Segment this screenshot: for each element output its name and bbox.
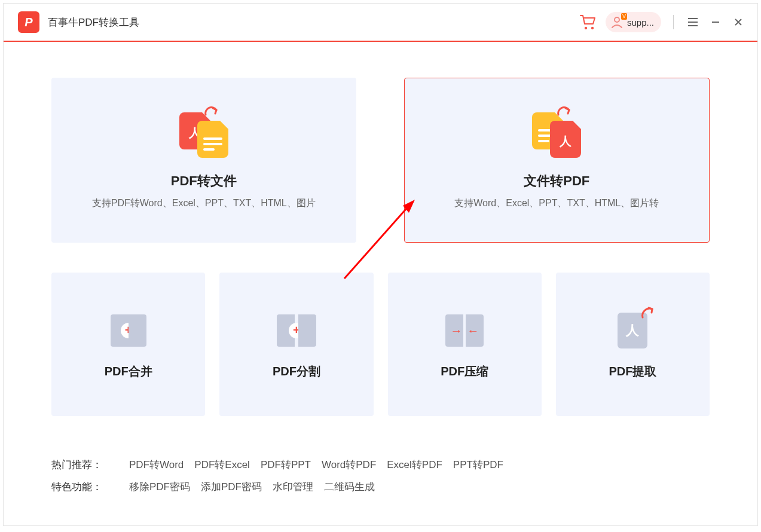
footer-hot-items: PDF转Word PDF转Excel PDF转PPT Word转PDF Exce… (129, 458, 503, 472)
svg-point-1 (591, 27, 594, 29)
app-logo-icon: P (18, 11, 39, 33)
minimize-button[interactable] (708, 15, 723, 29)
card-pdf-split[interactable]: + PDF分割 (219, 273, 373, 416)
compress-icon: → ← (445, 310, 484, 351)
titlebar: P 百事牛PDF转换工具 V supp... (4, 4, 757, 42)
link-remove-password[interactable]: 移除PDF密码 (129, 480, 190, 494)
card-title: PDF压缩 (441, 363, 488, 380)
link-excel-to-pdf[interactable]: Excel转PDF (387, 458, 442, 472)
card-pdf-merge[interactable]: + PDF合并 (51, 273, 205, 416)
user-name: supp... (627, 17, 654, 27)
footer-links: 热门推荐： PDF转Word PDF转Excel PDF转PPT Word转PD… (51, 458, 710, 494)
file-to-pdf-icon: 人 (530, 111, 583, 159)
cart-icon[interactable] (579, 14, 597, 30)
card-pdf-compress[interactable]: → ← PDF压缩 (388, 273, 542, 416)
vip-badge: V (621, 13, 627, 20)
avatar-icon: V (610, 16, 624, 29)
card-title: PDF提取 (609, 363, 656, 380)
app-title: 百事牛PDF转换工具 (48, 16, 139, 29)
card-pdf-extract[interactable]: 人 PDF提取 (556, 273, 710, 416)
link-pdf-to-excel[interactable]: PDF转Excel (194, 458, 250, 472)
card-pdf-to-file[interactable]: 人 PDF转文件 支持PDF转Word、Excel、PPT、TXT、HTML、图… (51, 78, 356, 243)
card-subtitle: 支持Word、Excel、PPT、TXT、HTML、图片转 (454, 197, 659, 210)
card-file-to-pdf[interactable]: 人 文件转PDF 支持Word、Excel、PPT、TXT、HTML、图片转 (404, 78, 710, 243)
pdf-to-file-icon: 人 (177, 111, 231, 159)
menu-button[interactable] (686, 15, 700, 29)
footer-feature-label: 特色功能： (51, 480, 129, 494)
divider (673, 15, 674, 29)
card-title: 文件转PDF (524, 172, 589, 190)
link-pdf-to-ppt[interactable]: PDF转PPT (261, 458, 311, 472)
card-subtitle: 支持PDF转Word、Excel、PPT、TXT、HTML、图片 (92, 197, 316, 210)
link-qrcode[interactable]: 二维码生成 (324, 480, 375, 494)
card-title: PDF转文件 (171, 172, 237, 190)
card-title: PDF分割 (273, 363, 320, 380)
link-word-to-pdf[interactable]: Word转PDF (322, 458, 376, 472)
svg-point-0 (585, 27, 587, 29)
close-button[interactable] (731, 15, 745, 29)
extract-icon: 人 (618, 310, 647, 351)
link-watermark[interactable]: 水印管理 (273, 480, 313, 494)
footer-hot-label: 热门推荐： (51, 458, 129, 472)
merge-icon: + (111, 310, 146, 351)
link-pdf-to-word[interactable]: PDF转Word (129, 458, 184, 472)
footer-feature-items: 移除PDF密码 添加PDF密码 水印管理 二维码生成 (129, 480, 375, 494)
link-add-password[interactable]: 添加PDF密码 (201, 480, 262, 494)
card-title: PDF合并 (105, 363, 152, 380)
user-chip[interactable]: V supp... (606, 12, 661, 32)
svg-point-2 (615, 17, 619, 22)
split-icon: + (277, 310, 316, 351)
link-ppt-to-pdf[interactable]: PPT转PDF (453, 458, 503, 472)
